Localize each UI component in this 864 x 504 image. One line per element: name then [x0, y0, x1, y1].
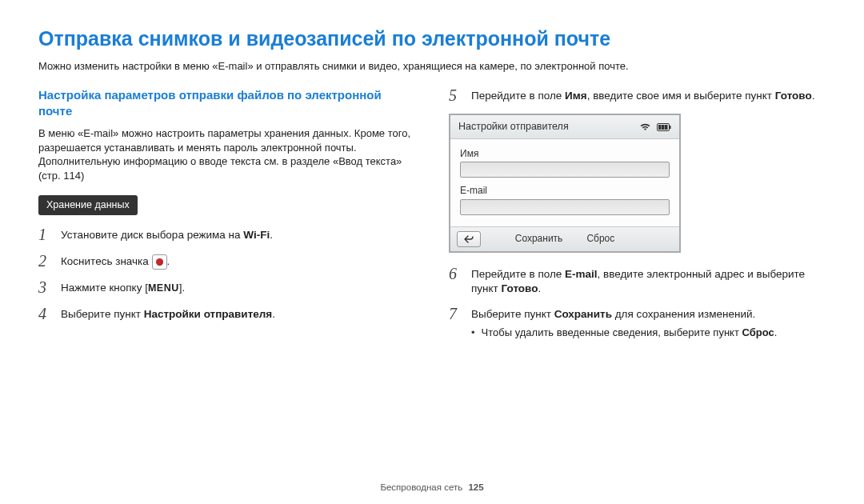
subheading: Настройка параметров отправки файлов по … — [38, 87, 415, 118]
step-text: Коснитесь значка . — [61, 253, 170, 270]
page-title: Отправка снимков и видеозаписей по элект… — [38, 26, 826, 53]
page-number: 125 — [468, 482, 483, 492]
step-6: 6 Перейдите в поле E-mail, введите элект… — [449, 266, 826, 296]
step-text: Установите диск выбора режима на Wi-Fi. — [61, 226, 273, 242]
left-column: Настройка параметров отправки файлов по … — [38, 87, 415, 339]
footer-section: Беспроводная сеть — [380, 482, 462, 492]
paragraph: В меню «E-mail» можно настроить параметр… — [38, 126, 415, 182]
step-number: 4 — [38, 306, 51, 322]
email-app-icon — [152, 254, 167, 270]
mockup-footer: Сохранить Сброс — [450, 227, 679, 251]
step-text: Перейдите в поле E-mail, введите электро… — [471, 266, 826, 296]
field-label-name: Имя — [460, 147, 670, 160]
svg-rect-3 — [665, 125, 668, 130]
step-2: 2 Коснитесь значка . — [38, 253, 415, 270]
step-text: Выберите пункт Сохранить для сохранения … — [471, 306, 755, 322]
bullet-note: Чтобы удалить введенные сведения, выбери… — [471, 326, 826, 340]
step-number: 6 — [449, 266, 462, 282]
right-column: 5 Перейдите в поле Имя, введите свое имя… — [449, 87, 826, 339]
back-button[interactable] — [457, 231, 481, 247]
step-3: 3 Нажмите кнопку [MENU]. — [38, 279, 415, 296]
step-number: 3 — [38, 279, 51, 296]
step-number: 5 — [449, 87, 462, 104]
camera-ui-mockup: Настройки отправителя Имя E-mail — [449, 114, 681, 252]
wifi-label: Wi-Fi — [243, 228, 270, 242]
status-icons — [640, 123, 671, 131]
step-number: 1 — [38, 226, 51, 243]
step-number: 2 — [38, 253, 51, 270]
mockup-header: Настройки отправителя — [450, 115, 679, 138]
step-1: 1 Установите диск выбора режима на Wi-Fi… — [38, 226, 415, 243]
save-button[interactable]: Сохранить — [512, 232, 566, 245]
field-label-email: E-mail — [460, 184, 670, 197]
email-input[interactable] — [460, 199, 670, 215]
step-number: 7 — [449, 306, 462, 322]
mockup-body: Имя E-mail — [450, 138, 679, 226]
svg-rect-2 — [662, 125, 665, 130]
step-text: Выберите пункт Настройки отправителя. — [61, 306, 275, 322]
page-footer: Беспроводная сеть 125 — [0, 482, 864, 494]
step-7: 7 Выберите пункт Сохранить для сохранени… — [449, 306, 826, 322]
name-input[interactable] — [460, 162, 670, 178]
mockup-title: Настройки отправителя — [458, 120, 569, 134]
svg-rect-1 — [658, 125, 662, 130]
step-4: 4 Выберите пункт Настройки отправителя. — [38, 306, 415, 322]
reset-button[interactable]: Сброс — [583, 232, 618, 245]
battery-icon — [657, 123, 671, 131]
intro-text: Можно изменить настройки в меню «E-mail»… — [38, 59, 826, 74]
storage-badge: Хранение данных — [38, 195, 138, 215]
svg-rect-4 — [670, 126, 671, 129]
step-text: Перейдите в поле Имя, введите свое имя и… — [471, 87, 815, 103]
wifi-icon — [640, 123, 650, 131]
menu-button-label: MENU — [148, 282, 179, 295]
step-text: Нажмите кнопку [MENU]. — [61, 279, 185, 295]
step-5: 5 Перейдите в поле Имя, введите свое имя… — [449, 87, 826, 104]
back-arrow-icon — [464, 235, 474, 243]
